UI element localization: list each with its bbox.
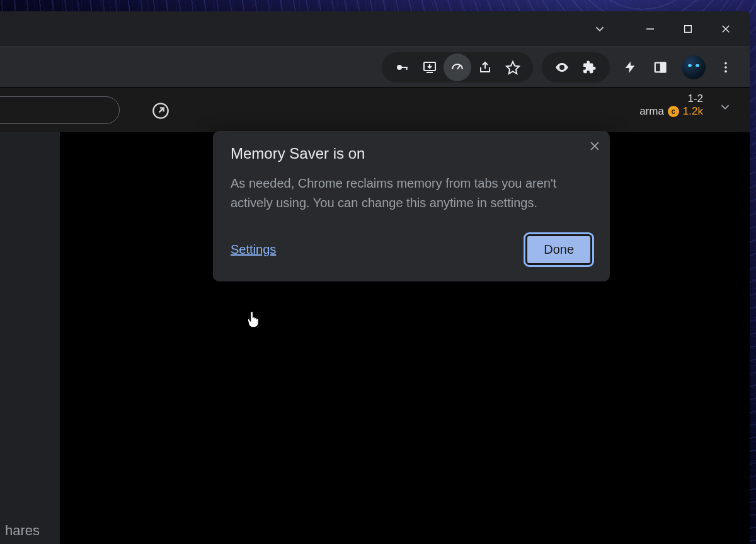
key-icon[interactable]	[388, 54, 416, 81]
header-fragment-top: 1-2	[687, 93, 703, 105]
svg-point-18	[724, 70, 727, 72]
settings-link[interactable]: Settings	[231, 242, 276, 257]
kebab-menu-icon[interactable]	[712, 54, 740, 81]
popup-body: As needed, Chrome reclaims memory from t…	[231, 174, 592, 213]
svg-point-17	[724, 66, 727, 69]
popup-title: Memory Saver is on	[231, 145, 592, 162]
svg-rect-6	[406, 67, 408, 70]
window-titlebar	[0, 11, 750, 47]
search-input[interactable]	[0, 96, 120, 124]
lightning-icon[interactable]	[616, 54, 644, 81]
svg-rect-15	[661, 62, 665, 72]
profile-avatar[interactable]	[682, 55, 706, 79]
website-header-bar: 1-2 arma c 1.2k	[0, 87, 750, 132]
maximize-button[interactable]	[669, 13, 707, 45]
close-window-button[interactable]	[707, 13, 745, 45]
install-app-icon[interactable]	[416, 54, 444, 81]
popup-actions: Settings Done	[231, 234, 592, 265]
tab-search-chevron-icon[interactable]	[581, 13, 619, 45]
svg-marker-13	[626, 61, 635, 72]
eye-icon[interactable]	[548, 54, 576, 81]
svg-point-16	[724, 62, 727, 64]
header-fragment-label: arma	[639, 105, 664, 118]
performance-memory-saver-icon[interactable]	[444, 54, 471, 81]
svg-line-9	[457, 65, 460, 69]
open-external-icon[interactable]	[150, 100, 171, 122]
memory-saver-popup: Memory Saver is on As needed, Chrome rec…	[213, 131, 610, 281]
svg-rect-1	[685, 26, 692, 33]
side-panel-icon[interactable]	[646, 54, 674, 81]
done-button[interactable]: Done	[525, 234, 592, 265]
popup-close-button[interactable]	[585, 136, 605, 156]
left-gutter: hares	[0, 166, 60, 544]
header-right-cluster: 1-2 arma c 1.2k	[639, 93, 703, 118]
bookmark-star-icon[interactable]	[499, 54, 527, 81]
footer-text-fragment: hares	[5, 523, 40, 539]
karma-value: 1.2k	[683, 105, 703, 118]
user-dropdown-chevron-icon[interactable]	[718, 100, 732, 116]
coin-icon: c	[668, 106, 679, 117]
share-icon[interactable]	[471, 54, 499, 81]
omnibox-action-group	[382, 52, 533, 82]
svg-marker-11	[507, 62, 519, 74]
minimize-button[interactable]	[631, 13, 669, 45]
extensions-puzzle-icon[interactable]	[576, 54, 604, 81]
svg-point-4	[397, 65, 402, 70]
svg-point-12	[561, 66, 563, 69]
extensions-group	[542, 52, 610, 82]
browser-toolbar	[0, 47, 750, 87]
